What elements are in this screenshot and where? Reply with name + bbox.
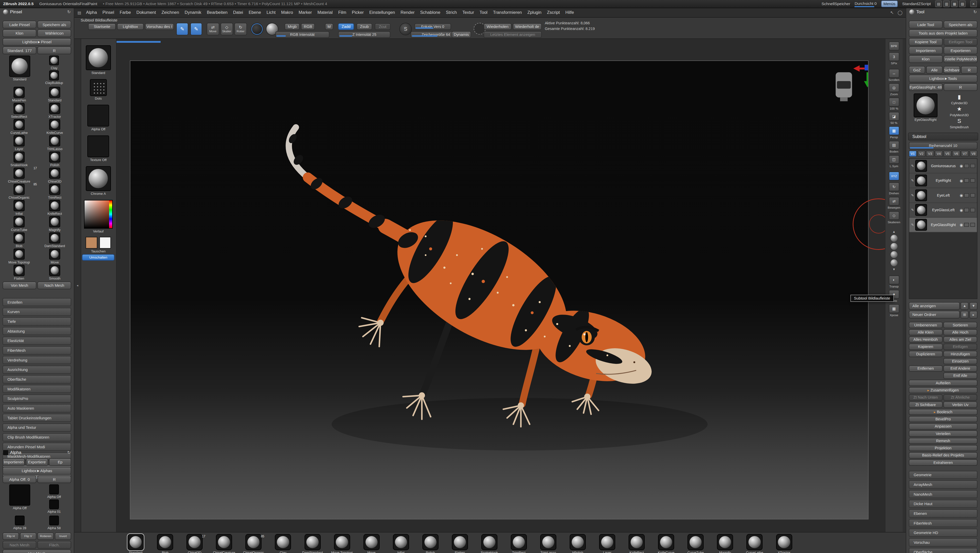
subtool-flag[interactable] bbox=[970, 193, 975, 197]
subtool-action-button[interactable]: Anpassen bbox=[909, 423, 977, 430]
bottom-brush-thumb[interactable]: Polish bbox=[416, 534, 445, 553]
shelf-tool-button[interactable]: ▤ Boden bbox=[888, 141, 900, 154]
folder-arrow-icon[interactable]: ▸ bbox=[969, 311, 977, 318]
subtool-flag[interactable] bbox=[964, 193, 969, 197]
subtool-view-tab[interactable]: V7 bbox=[961, 151, 969, 157]
alpha-from-mesh-button[interactable]: Von Mesh bbox=[3, 550, 71, 553]
shelf-tool-button[interactable]: ◪ 50 % bbox=[888, 112, 900, 125]
bottom-brush-thumb[interactable]: DamStandard bbox=[298, 534, 327, 553]
mrgb-toggle[interactable]: Mrgb bbox=[285, 23, 300, 30]
bottom-brush-thumb[interactable]: Blob bbox=[150, 534, 180, 553]
shelf-tool-button[interactable]: ↻ Drehen bbox=[888, 182, 900, 195]
brush-section-row[interactable]: Elastizität bbox=[3, 337, 71, 345]
alpha-flip-v-button[interactable]: Flip V bbox=[20, 532, 37, 540]
tool-palette-header[interactable]: Tool ↻ bbox=[906, 8, 980, 16]
scale-mode-button[interactable]: ◇Skalier bbox=[221, 23, 233, 35]
load-tool-button[interactable]: Lade Tool bbox=[909, 21, 943, 29]
shelf-tool-button[interactable]: ◫ L.Sym bbox=[888, 155, 900, 168]
brush-thumb[interactable]: Chisel3D bbox=[37, 167, 73, 183]
subtool-scroll-thumb[interactable] bbox=[891, 235, 897, 242]
subtool-action-button[interactable]: Alles am Ziel bbox=[943, 337, 977, 343]
close-icon[interactable]: ✕ bbox=[970, 0, 977, 7]
subtool-thumb[interactable] bbox=[915, 219, 927, 231]
subtool-flag[interactable] bbox=[970, 164, 975, 168]
show-last-button[interactable]: Letztes Element anzeigen bbox=[484, 31, 541, 38]
bottom-brush-thumb[interactable]: XTractor bbox=[769, 534, 799, 553]
menu-item[interactable]: Datei bbox=[230, 10, 246, 15]
z-intensity-slider[interactable]: Z Intensität 25 bbox=[338, 31, 390, 38]
dynamic-toggle[interactable]: Dynamis bbox=[452, 31, 471, 38]
load-tools-from-project-button[interactable]: Tools aus dem Projekt laden bbox=[909, 29, 977, 37]
menu-item[interactable]: Licht bbox=[264, 10, 278, 15]
export-tool-button[interactable]: Exportieren bbox=[943, 47, 977, 54]
copy-tool-button[interactable]: Kopiere Tool bbox=[909, 38, 943, 46]
subtool-flag[interactable] bbox=[970, 223, 975, 227]
visibility-eye-icon[interactable]: ◉ bbox=[960, 208, 963, 212]
subtool-scroll-thumb[interactable] bbox=[891, 243, 897, 250]
bottom-brush-thumb[interactable]: TrimLasso bbox=[533, 534, 563, 553]
bottom-brush-thumb[interactable]: Move bbox=[357, 534, 386, 553]
folder-icon[interactable]: ⊞ bbox=[961, 311, 969, 318]
save-brush-as-button[interactable]: Speichern als bbox=[37, 21, 71, 29]
shelf-tool-button[interactable]: ▦ Persp bbox=[888, 126, 900, 139]
menu-item[interactable]: Strich bbox=[443, 10, 460, 15]
layout-icon[interactable]: ▥ bbox=[943, 0, 950, 7]
bottom-brush-thumb[interactable]: Magnify bbox=[710, 534, 740, 553]
bottom-brush-thumb[interactable]: 85 ChiselOrganic bbox=[239, 534, 268, 553]
subtool-scrollbar[interactable]: ▲ ▼ bbox=[891, 230, 897, 271]
zsub-toggle[interactable]: Zsub bbox=[356, 23, 372, 30]
bottom-brush-thumb[interactable]: KnifeRect bbox=[622, 534, 651, 553]
current-brush-name[interactable]: Standard. 177 bbox=[3, 47, 37, 54]
recent-tool-thumb[interactable]: S SimpleBrush bbox=[942, 118, 977, 129]
subtool-thumb[interactable] bbox=[915, 160, 927, 172]
visibility-eye-icon[interactable]: ◉ bbox=[960, 164, 963, 168]
brush-thumb[interactable]: KnifeRect bbox=[37, 199, 73, 216]
menu-item[interactable]: Pinsel bbox=[100, 10, 117, 15]
subtool-action-button[interactable]: Zt Nach Unten bbox=[909, 394, 943, 400]
brush-thumb[interactable]: Smooth bbox=[37, 264, 73, 280]
goz-button[interactable]: GoZ bbox=[909, 66, 925, 74]
subtool-view-tab[interactable]: V8 bbox=[969, 151, 977, 157]
goz-visible-button[interactable]: Sichtbare bbox=[943, 66, 960, 74]
subtool-action-button[interactable]: Einsetzen bbox=[943, 358, 977, 365]
select-icon-button[interactable]: WähleIcon bbox=[37, 29, 71, 37]
shelf-tool-button[interactable]: 3 SPix bbox=[888, 52, 900, 65]
lightbox-tools-button[interactable]: Lightbox►Tools bbox=[909, 75, 977, 83]
focal-shift-slider[interactable]: Fokale Vers 0 bbox=[414, 23, 451, 30]
menu-item[interactable]: Alpha bbox=[83, 10, 100, 15]
subtool-thumb[interactable] bbox=[915, 189, 927, 201]
picker-circle-icon[interactable]: ◯ bbox=[897, 10, 902, 15]
subtool-action-button[interactable]: Extrahieren bbox=[909, 459, 977, 466]
subtool-action-button[interactable]: Zt Sichtbare bbox=[909, 401, 943, 408]
brush-thumb[interactable]: Inflat bbox=[1, 199, 37, 216]
bottom-brush-thumb[interactable]: CurveTube bbox=[681, 534, 710, 553]
subtool-action-button[interactable]: Hinzufügen bbox=[943, 351, 977, 357]
menu-item[interactable]: Textur bbox=[460, 10, 477, 15]
subtool-view-tab[interactable]: V3 bbox=[926, 151, 934, 157]
subtool-view-tab[interactable]: V4 bbox=[935, 151, 943, 157]
rotate-mode-button[interactable]: ↻Rotier bbox=[234, 23, 247, 35]
subtool-row[interactable]: ✎ EyeGlassRight ◉ bbox=[909, 218, 977, 232]
menu-item[interactable]: Marker bbox=[296, 10, 315, 15]
alpha-ep-button[interactable]: Ep bbox=[49, 458, 71, 466]
recent-tool-thumb[interactable]: ▮ Cylinder3D bbox=[942, 94, 977, 105]
brush-section-row[interactable]: Ausrichtung bbox=[3, 365, 71, 374]
brush-preview-circle[interactable] bbox=[251, 23, 263, 35]
shelf-tool-button[interactable]: ◎ Zoom bbox=[888, 83, 900, 96]
shelf-tool-button[interactable]: ▦ Xpose bbox=[889, 304, 899, 317]
home-page-button[interactable]: Startseite bbox=[88, 23, 116, 30]
bottom-brush-thumb[interactable]: 17 Chisel3D bbox=[180, 534, 209, 553]
tool-section-row[interactable]: FiberMesh bbox=[909, 519, 977, 527]
menu-item[interactable]: Transformieren bbox=[490, 10, 525, 15]
subtool-action-button[interactable]: Entf Alle bbox=[943, 372, 977, 379]
alpha-thumb[interactable]: Alpha 01 bbox=[48, 499, 60, 514]
right-dock-divider[interactable] bbox=[903, 39, 906, 532]
brush-thumb[interactable]: Move Topologi bbox=[1, 248, 37, 264]
subtool-row[interactable]: ✎ EyeLeft ◉ bbox=[909, 188, 977, 203]
refresh-icon[interactable]: ↻ bbox=[67, 10, 70, 14]
alpha-import-button[interactable]: Importieren bbox=[3, 458, 25, 466]
brush-thumb[interactable]: 85 ChiselOrganic bbox=[1, 183, 37, 199]
bottom-brush-thumb[interactable]: Flatten bbox=[445, 534, 475, 553]
brush-thumb[interactable]: Polish bbox=[37, 151, 73, 167]
subtool-thumb[interactable] bbox=[915, 204, 927, 216]
